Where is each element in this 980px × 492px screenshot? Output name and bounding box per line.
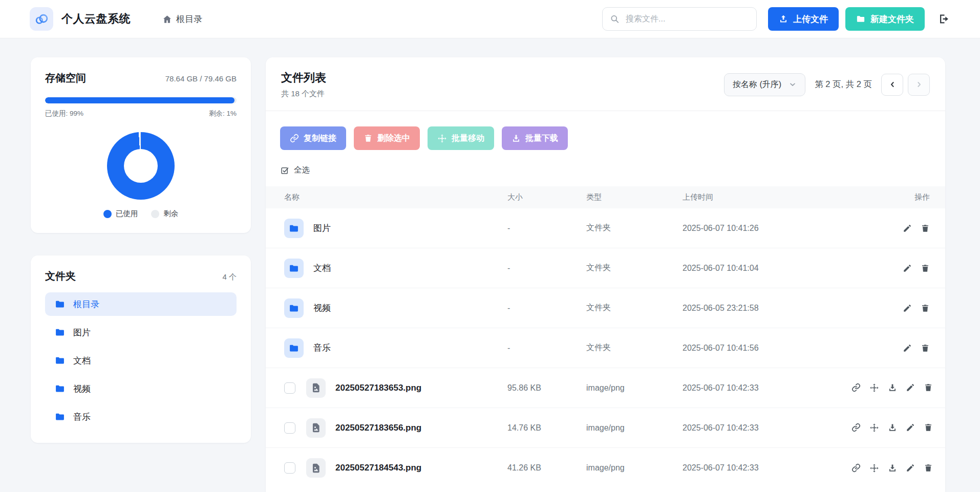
move-icon[interactable]: [869, 463, 879, 473]
row-name[interactable]: 图片: [313, 222, 331, 234]
trash-icon[interactable]: [924, 423, 933, 433]
folder-icon: [284, 259, 304, 278]
upload-button-label: 上传文件: [793, 13, 828, 25]
edit-icon[interactable]: [903, 224, 912, 233]
trash-icon[interactable]: [921, 304, 930, 313]
batch-button-label: 批量移动: [452, 133, 484, 144]
sidebar-folder-item[interactable]: 文档: [45, 349, 237, 372]
table-header: 名称 大小 类型 上传时间 操作: [266, 186, 945, 208]
folder-icon: [55, 383, 65, 394]
row-size: -: [507, 304, 586, 313]
trash-icon[interactable]: [921, 344, 930, 353]
row-actions: [851, 423, 945, 433]
legend-remain-label: 剩余: [163, 209, 178, 219]
batch-button-trash[interactable]: 删除选中: [354, 126, 420, 150]
row-actions: [851, 304, 945, 313]
download-icon[interactable]: [888, 463, 897, 473]
sidebar-folder-item[interactable]: 根目录: [45, 292, 237, 316]
folder-list: 根目录图片文档视频音乐: [45, 292, 237, 429]
edit-icon[interactable]: [903, 264, 912, 273]
row-actions: [851, 383, 945, 393]
folder-item-label: 视频: [73, 383, 91, 395]
pagination-prev-button[interactable]: [881, 74, 903, 96]
trash-icon[interactable]: [924, 463, 933, 473]
chevron-down-icon: [789, 80, 797, 89]
link-icon[interactable]: [851, 463, 861, 473]
table-row: 20250527183656.png14.76 KBimage/png2025-…: [266, 408, 945, 448]
row-type: 文件夹: [586, 303, 683, 313]
sidebar-folder-item[interactable]: 视频: [45, 377, 237, 400]
batch-button-link[interactable]: 复制链接: [280, 126, 346, 150]
file-count-text: 共 18 个文件: [281, 89, 326, 99]
folder-icon: [55, 299, 65, 309]
row-actions: [851, 344, 945, 353]
table-row: 视频-文件夹2025-06-05 23:21:58: [266, 288, 945, 328]
link-icon: [290, 134, 299, 143]
sort-select[interactable]: 按名称 (升序): [724, 73, 805, 96]
table-row: 图片-文件夹2025-06-07 10:41:26: [266, 208, 945, 248]
batch-button-download[interactable]: 批量下载: [502, 126, 568, 150]
sort-select-value: 按名称 (升序): [733, 79, 781, 90]
move-icon[interactable]: [869, 383, 879, 393]
row-time: 2025-06-05 23:21:58: [683, 304, 851, 313]
sign-out-icon[interactable]: [938, 13, 950, 25]
trash-icon[interactable]: [921, 224, 930, 233]
batch-button-move[interactable]: 批量移动: [428, 126, 494, 150]
select-all-toggle[interactable]: 全选: [266, 150, 945, 186]
row-checkbox[interactable]: [284, 422, 295, 434]
download-icon[interactable]: [888, 423, 897, 433]
folder-item-label: 图片: [73, 327, 91, 338]
search-icon: [610, 14, 620, 24]
search-input[interactable]: [602, 7, 757, 31]
storage-progress-bar: [45, 97, 237, 103]
link-icon[interactable]: [851, 423, 861, 433]
trash-icon[interactable]: [924, 383, 933, 393]
folders-count: 4 个: [222, 272, 237, 282]
sidebar-folder-item[interactable]: 图片: [45, 320, 237, 344]
folders-title: 文件夹: [45, 269, 76, 283]
storage-title: 存储空间: [45, 71, 86, 85]
storage-panel: 存储空间 78.64 GB / 79.46 GB 已使用: 99% 剩余: 1%…: [31, 57, 251, 233]
edit-icon[interactable]: [906, 423, 915, 433]
row-name[interactable]: 20250527183653.png: [335, 383, 421, 393]
batch-button-label: 复制链接: [304, 133, 336, 144]
row-type: 文件夹: [586, 263, 683, 273]
row-type: image/png: [586, 423, 683, 433]
row-name[interactable]: 20250527183656.png: [335, 423, 421, 433]
column-type: 类型: [586, 192, 683, 202]
trash-icon[interactable]: [921, 264, 930, 273]
pagination-next-button[interactable]: [908, 74, 930, 96]
edit-icon[interactable]: [906, 463, 915, 473]
file-list-title: 文件列表: [281, 70, 326, 85]
folder-item-label: 音乐: [73, 411, 91, 423]
chevron-left-icon: [888, 80, 897, 89]
row-name[interactable]: 20250527184543.png: [335, 463, 421, 473]
file-list-panel: 文件列表 共 18 个文件 按名称 (升序) 第 2 页, 共 2 页: [266, 57, 945, 492]
row-checkbox[interactable]: [284, 382, 295, 394]
new-folder-button[interactable]: 新建文件夹: [845, 7, 925, 31]
legend-remain-dot: [151, 210, 159, 218]
batch-button-label: 删除选中: [377, 133, 410, 144]
breadcrumb[interactable]: 根目录: [162, 13, 202, 25]
batch-actions: 复制链接删除选中批量移动批量下载: [266, 111, 945, 150]
row-name[interactable]: 视频: [313, 302, 331, 314]
storage-usage-text: 78.64 GB / 79.46 GB: [165, 74, 237, 83]
row-name[interactable]: 文档: [313, 262, 331, 274]
folder-item-label: 文档: [73, 355, 91, 367]
move-icon[interactable]: [869, 423, 879, 433]
edit-icon[interactable]: [906, 383, 915, 393]
row-name[interactable]: 音乐: [313, 342, 331, 354]
folder-icon: [856, 14, 865, 24]
link-icon[interactable]: [851, 383, 861, 393]
row-checkbox[interactable]: [284, 462, 295, 474]
column-actions: 操作: [851, 192, 945, 202]
download-icon[interactable]: [888, 383, 897, 393]
top-navbar: 个人云盘系统 根目录 上传文件 新建文件夹: [0, 0, 980, 38]
check-square-icon: [280, 166, 289, 175]
upload-file-button[interactable]: 上传文件: [768, 7, 839, 31]
edit-icon[interactable]: [903, 344, 912, 353]
edit-icon[interactable]: [903, 304, 912, 313]
sidebar-folder-item[interactable]: 音乐: [45, 405, 237, 429]
upload-icon: [779, 14, 788, 24]
row-time: 2025-06-07 10:41:56: [683, 344, 851, 353]
